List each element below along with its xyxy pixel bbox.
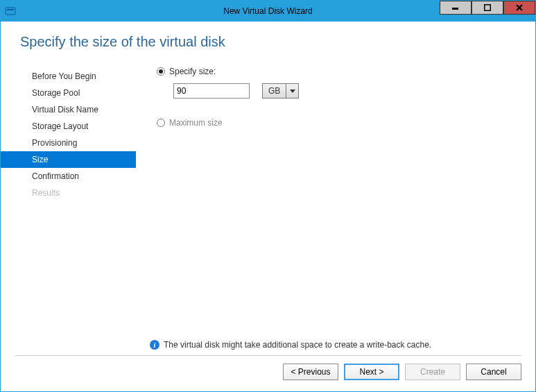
content-area: Specify the size of the virtual disk Bef… xyxy=(1,22,535,391)
unit-selector: GB xyxy=(262,83,299,99)
cancel-button[interactable]: Cancel xyxy=(466,364,521,380)
svg-rect-0 xyxy=(6,8,15,15)
info-icon: i xyxy=(150,340,159,350)
step-virtual-disk-name[interactable]: Virtual Disk Name xyxy=(1,101,136,118)
step-storage-pool[interactable]: Storage Pool xyxy=(1,85,136,101)
titlebar: New Virtual Disk Wizard xyxy=(1,1,535,22)
body: Before You Begin Storage Pool Virtual Di… xyxy=(1,56,535,355)
page-heading: Specify the size of the virtual disk xyxy=(1,22,535,56)
unit-button[interactable]: GB xyxy=(262,83,286,99)
step-confirmation[interactable]: Confirmation xyxy=(1,168,136,185)
step-before-you-begin[interactable]: Before You Begin xyxy=(1,68,136,85)
main-panel: Specify size: GB Maximum size xyxy=(136,61,521,355)
radio-icon xyxy=(157,119,165,127)
unit-dropdown-button[interactable] xyxy=(286,83,299,99)
wizard-steps: Before You Begin Storage Pool Virtual Di… xyxy=(1,61,136,355)
svg-rect-3 xyxy=(485,5,491,11)
maximum-size-label: Maximum size xyxy=(169,118,223,128)
footer: < Previous Next > Create Cancel xyxy=(1,355,535,391)
app-icon xyxy=(5,6,16,17)
info-text: The virtual disk might take additional s… xyxy=(164,340,431,350)
info-row: i The virtual disk might take additional… xyxy=(150,340,431,350)
create-button: Create xyxy=(405,364,460,380)
step-provisioning[interactable]: Provisioning xyxy=(1,135,136,151)
radio-icon xyxy=(157,67,165,76)
specify-size-option[interactable]: Specify size: xyxy=(157,67,521,76)
chevron-down-icon xyxy=(290,90,295,93)
specify-size-label: Specify size: xyxy=(169,67,216,76)
svg-rect-2 xyxy=(452,8,458,10)
maximum-size-option[interactable]: Maximum size xyxy=(157,118,521,128)
window-controls xyxy=(440,1,535,22)
svg-rect-1 xyxy=(7,9,14,10)
step-results: Results xyxy=(1,185,136,201)
minimize-button[interactable] xyxy=(440,1,472,15)
next-button[interactable]: Next > xyxy=(344,364,399,380)
step-storage-layout[interactable]: Storage Layout xyxy=(1,118,136,135)
previous-button[interactable]: < Previous xyxy=(283,364,338,380)
close-button[interactable] xyxy=(503,1,535,15)
wizard-window: New Virtual Disk Wizard Specify the size… xyxy=(0,0,536,392)
size-input-row: GB xyxy=(173,83,521,99)
step-size[interactable]: Size xyxy=(1,151,136,168)
maximize-button[interactable] xyxy=(472,1,503,15)
size-input[interactable] xyxy=(173,83,250,99)
